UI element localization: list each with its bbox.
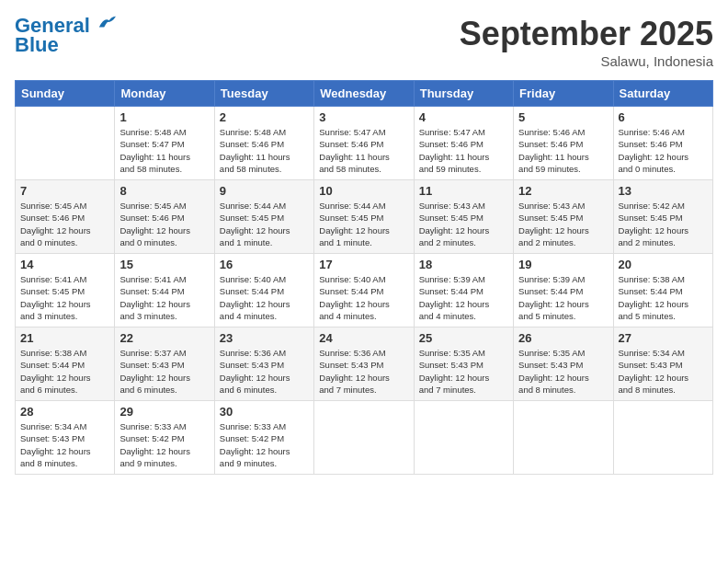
day-info: Sunrise: 5:44 AM Sunset: 5:45 PM Dayligh… xyxy=(319,200,408,248)
day-number: 14 xyxy=(20,258,109,271)
calendar-cell: 16Sunrise: 5:40 AM Sunset: 5:44 PM Dayli… xyxy=(214,254,313,327)
logo-bird-icon xyxy=(97,14,116,32)
day-number: 18 xyxy=(419,258,508,271)
calendar-cell xyxy=(414,401,513,475)
calendar-cell: 5Sunrise: 5:46 AM Sunset: 5:46 PM Daylig… xyxy=(514,107,613,180)
header-day-tuesday: Tuesday xyxy=(214,81,313,107)
day-info: Sunrise: 5:35 AM Sunset: 5:43 PM Dayligh… xyxy=(419,347,508,396)
logo: General Blue xyxy=(15,15,116,57)
day-number: 20 xyxy=(619,258,708,271)
day-number: 27 xyxy=(619,331,708,345)
day-number: 29 xyxy=(119,405,209,419)
calendar-week-4: 21Sunrise: 5:38 AM Sunset: 5:44 PM Dayli… xyxy=(16,327,713,401)
month-title: September 2025 xyxy=(460,15,713,53)
calendar-cell: 4Sunrise: 5:47 AM Sunset: 5:46 PM Daylig… xyxy=(414,107,513,180)
day-info: Sunrise: 5:40 AM Sunset: 5:44 PM Dayligh… xyxy=(220,273,309,322)
day-info: Sunrise: 5:45 AM Sunset: 5:46 PM Dayligh… xyxy=(119,200,209,248)
calendar-cell: 22Sunrise: 5:37 AM Sunset: 5:43 PM Dayli… xyxy=(115,327,214,401)
day-number: 13 xyxy=(619,184,708,198)
day-info: Sunrise: 5:41 AM Sunset: 5:45 PM Dayligh… xyxy=(20,273,109,322)
page-header: General Blue September 2025 Salawu, Indo… xyxy=(15,15,713,69)
day-number: 15 xyxy=(119,258,209,271)
title-block: September 2025 Salawu, Indonesia xyxy=(460,15,713,69)
day-number: 7 xyxy=(20,184,109,198)
calendar-cell: 15Sunrise: 5:41 AM Sunset: 5:44 PM Dayli… xyxy=(115,254,214,327)
day-number: 4 xyxy=(419,110,508,124)
day-info: Sunrise: 5:39 AM Sunset: 5:44 PM Dayligh… xyxy=(518,273,608,322)
calendar-cell: 3Sunrise: 5:47 AM Sunset: 5:46 PM Daylig… xyxy=(314,107,414,180)
calendar-cell: 23Sunrise: 5:36 AM Sunset: 5:43 PM Dayli… xyxy=(214,327,313,401)
day-info: Sunrise: 5:42 AM Sunset: 5:45 PM Dayligh… xyxy=(619,200,708,248)
calendar-cell: 6Sunrise: 5:46 AM Sunset: 5:46 PM Daylig… xyxy=(613,107,712,180)
day-number: 21 xyxy=(20,331,109,345)
calendar-cell: 21Sunrise: 5:38 AM Sunset: 5:44 PM Dayli… xyxy=(16,327,115,401)
calendar-cell: 25Sunrise: 5:35 AM Sunset: 5:43 PM Dayli… xyxy=(414,327,513,401)
day-info: Sunrise: 5:37 AM Sunset: 5:43 PM Dayligh… xyxy=(119,347,209,396)
calendar-cell: 14Sunrise: 5:41 AM Sunset: 5:45 PM Dayli… xyxy=(16,254,115,327)
day-info: Sunrise: 5:46 AM Sunset: 5:46 PM Dayligh… xyxy=(619,126,708,175)
calendar-cell: 7Sunrise: 5:45 AM Sunset: 5:46 PM Daylig… xyxy=(16,180,115,254)
day-info: Sunrise: 5:43 AM Sunset: 5:45 PM Dayligh… xyxy=(518,200,608,248)
day-info: Sunrise: 5:33 AM Sunset: 5:42 PM Dayligh… xyxy=(220,420,309,469)
day-number: 25 xyxy=(419,331,508,345)
day-number: 6 xyxy=(619,110,708,124)
calendar-cell: 18Sunrise: 5:39 AM Sunset: 5:44 PM Dayli… xyxy=(414,254,513,327)
day-number: 22 xyxy=(119,331,209,345)
calendar-cell: 2Sunrise: 5:48 AM Sunset: 5:46 PM Daylig… xyxy=(214,107,313,180)
calendar-cell: 28Sunrise: 5:34 AM Sunset: 5:43 PM Dayli… xyxy=(16,401,115,475)
header-day-sunday: Sunday xyxy=(16,81,115,107)
header-day-wednesday: Wednesday xyxy=(314,81,414,107)
day-number: 30 xyxy=(220,405,309,419)
day-info: Sunrise: 5:48 AM Sunset: 5:46 PM Dayligh… xyxy=(220,126,309,175)
calendar-cell: 8Sunrise: 5:45 AM Sunset: 5:46 PM Daylig… xyxy=(115,180,214,254)
calendar-cell xyxy=(613,401,712,475)
day-number: 2 xyxy=(220,110,309,124)
calendar-cell xyxy=(314,401,414,475)
day-number: 1 xyxy=(119,110,209,124)
day-number: 16 xyxy=(220,258,309,271)
calendar-cell: 13Sunrise: 5:42 AM Sunset: 5:45 PM Dayli… xyxy=(613,180,712,254)
day-number: 3 xyxy=(319,110,408,124)
calendar-cell xyxy=(16,107,115,180)
calendar-cell: 19Sunrise: 5:39 AM Sunset: 5:44 PM Dayli… xyxy=(514,254,613,327)
day-number: 5 xyxy=(518,110,608,124)
calendar-cell: 26Sunrise: 5:35 AM Sunset: 5:43 PM Dayli… xyxy=(514,327,613,401)
header-day-friday: Friday xyxy=(514,81,613,107)
calendar-cell: 10Sunrise: 5:44 AM Sunset: 5:45 PM Dayli… xyxy=(314,180,414,254)
day-info: Sunrise: 5:48 AM Sunset: 5:47 PM Dayligh… xyxy=(119,126,209,175)
calendar-cell: 20Sunrise: 5:38 AM Sunset: 5:44 PM Dayli… xyxy=(613,254,712,327)
location-subtitle: Salawu, Indonesia xyxy=(460,53,713,69)
calendar-cell: 1Sunrise: 5:48 AM Sunset: 5:47 PM Daylig… xyxy=(115,107,214,180)
header-day-thursday: Thursday xyxy=(414,81,513,107)
day-number: 11 xyxy=(419,184,508,198)
day-number: 9 xyxy=(220,184,309,198)
calendar-week-5: 28Sunrise: 5:34 AM Sunset: 5:43 PM Dayli… xyxy=(16,401,713,475)
calendar-week-3: 14Sunrise: 5:41 AM Sunset: 5:45 PM Dayli… xyxy=(16,254,713,327)
day-info: Sunrise: 5:38 AM Sunset: 5:44 PM Dayligh… xyxy=(619,273,708,322)
day-number: 19 xyxy=(518,258,608,271)
day-info: Sunrise: 5:33 AM Sunset: 5:42 PM Dayligh… xyxy=(119,420,209,469)
day-info: Sunrise: 5:36 AM Sunset: 5:43 PM Dayligh… xyxy=(319,347,408,396)
day-info: Sunrise: 5:47 AM Sunset: 5:46 PM Dayligh… xyxy=(419,126,508,175)
day-number: 24 xyxy=(319,331,408,345)
day-info: Sunrise: 5:35 AM Sunset: 5:43 PM Dayligh… xyxy=(518,347,608,396)
calendar-cell: 27Sunrise: 5:34 AM Sunset: 5:43 PM Dayli… xyxy=(613,327,712,401)
day-info: Sunrise: 5:44 AM Sunset: 5:45 PM Dayligh… xyxy=(220,200,309,248)
calendar-cell: 12Sunrise: 5:43 AM Sunset: 5:45 PM Dayli… xyxy=(514,180,613,254)
calendar-cell: 11Sunrise: 5:43 AM Sunset: 5:45 PM Dayli… xyxy=(414,180,513,254)
day-info: Sunrise: 5:46 AM Sunset: 5:46 PM Dayligh… xyxy=(518,126,608,175)
calendar-table: SundayMondayTuesdayWednesdayThursdayFrid… xyxy=(15,80,713,475)
day-info: Sunrise: 5:40 AM Sunset: 5:44 PM Dayligh… xyxy=(319,273,408,322)
day-number: 23 xyxy=(220,331,309,345)
day-info: Sunrise: 5:34 AM Sunset: 5:43 PM Dayligh… xyxy=(619,347,708,396)
day-info: Sunrise: 5:47 AM Sunset: 5:46 PM Dayligh… xyxy=(319,126,408,175)
calendar-week-2: 7Sunrise: 5:45 AM Sunset: 5:46 PM Daylig… xyxy=(16,180,713,254)
day-info: Sunrise: 5:41 AM Sunset: 5:44 PM Dayligh… xyxy=(119,273,209,322)
day-number: 17 xyxy=(319,258,408,271)
calendar-cell: 29Sunrise: 5:33 AM Sunset: 5:42 PM Dayli… xyxy=(115,401,214,475)
calendar-header-row: SundayMondayTuesdayWednesdayThursdayFrid… xyxy=(16,81,713,107)
day-info: Sunrise: 5:38 AM Sunset: 5:44 PM Dayligh… xyxy=(20,347,109,396)
calendar-cell: 9Sunrise: 5:44 AM Sunset: 5:45 PM Daylig… xyxy=(214,180,313,254)
day-number: 12 xyxy=(518,184,608,198)
calendar-cell: 24Sunrise: 5:36 AM Sunset: 5:43 PM Dayli… xyxy=(314,327,414,401)
